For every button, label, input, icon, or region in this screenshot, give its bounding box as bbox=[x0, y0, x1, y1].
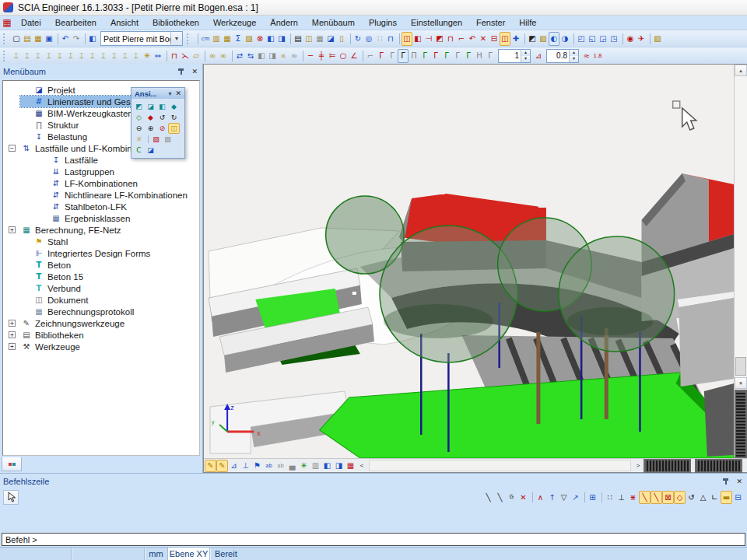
frame-tool-icon[interactable]: ⊓ bbox=[169, 49, 180, 63]
corner-12-icon[interactable]: Γ bbox=[485, 49, 496, 63]
close-icon[interactable]: ✕ bbox=[735, 478, 744, 485]
import-icon[interactable]: ▦ bbox=[33, 32, 44, 46]
view-window-icon[interactable]: ◧ bbox=[321, 460, 333, 472]
menu-werkzeuge[interactable]: Werkzeuge bbox=[206, 16, 263, 30]
expander-icon[interactable]: + bbox=[9, 226, 16, 233]
calculator-icon[interactable]: ▦ bbox=[314, 32, 325, 46]
snap-midpoint-icon[interactable]: ╲ bbox=[639, 491, 651, 504]
expander-icon[interactable] bbox=[21, 308, 28, 315]
vertical-scrollbar[interactable]: ▲ ▼ bbox=[734, 65, 747, 458]
section-12-icon[interactable]: ⌶ bbox=[131, 49, 142, 63]
load-panel-icon[interactable]: ⊣ bbox=[423, 32, 434, 46]
snap-arc-icon[interactable]: ↺ bbox=[686, 491, 697, 504]
section-10-icon[interactable]: ⌶ bbox=[109, 49, 120, 63]
render-image-icon[interactable]: ▧ bbox=[150, 134, 162, 145]
circle-tool-icon[interactable]: ○ bbox=[338, 49, 349, 63]
point-grid-icon[interactable]: ∷ bbox=[374, 32, 385, 46]
node-icon[interactable]: ⌐ bbox=[456, 32, 467, 46]
expander-icon[interactable] bbox=[38, 180, 45, 187]
expander-icon[interactable] bbox=[38, 191, 45, 198]
show-dimensions-icon[interactable]: ab bbox=[275, 460, 286, 472]
tree-item-verbund[interactable]: T Verbund bbox=[20, 282, 83, 294]
scrollbar-thumb[interactable] bbox=[735, 357, 746, 376]
tree-item-beton[interactable]: T Beton bbox=[20, 259, 73, 271]
edit-wire-icon[interactable]: ✎ bbox=[205, 460, 216, 472]
new-group-icon[interactable]: ▧ bbox=[652, 32, 663, 46]
scale-spinner[interactable]: 1 bbox=[498, 49, 531, 63]
tree-item-bim-werkzeugkasten[interactable]: ▦ BIM-Werkzeugkasten bbox=[20, 107, 135, 119]
view-axo-icon[interactable]: ◆ bbox=[168, 101, 180, 112]
snap-surface-icon[interactable]: ▽ bbox=[558, 491, 570, 504]
expander-icon[interactable] bbox=[21, 238, 28, 245]
section-7-icon[interactable]: ⌶ bbox=[76, 49, 87, 63]
expander-icon[interactable]: + bbox=[9, 331, 16, 338]
section-8-icon[interactable]: ⌶ bbox=[87, 49, 98, 63]
menu-bibliotheken[interactable]: Bibliotheken bbox=[146, 16, 206, 30]
menu-hilfe[interactable]: Hilfe bbox=[512, 16, 543, 30]
tree-item-lastfaelle[interactable]: ↧ Lastfälle bbox=[37, 154, 100, 166]
link-2-icon[interactable]: ∞ bbox=[218, 49, 229, 63]
hinge-icon[interactable]: ⊓ bbox=[445, 32, 456, 46]
menu-fenster[interactable]: Fenster bbox=[469, 16, 512, 30]
redo-icon[interactable]: ↷ bbox=[71, 32, 82, 46]
select-cursor-button[interactable] bbox=[3, 490, 19, 505]
rotate-slider-vertical[interactable] bbox=[735, 390, 747, 458]
project-combo[interactable]: Petit Pierre mit Bog ▾ bbox=[100, 31, 183, 46]
save-icon[interactable]: ▣ bbox=[44, 32, 54, 46]
tree-item-struktur[interactable]: ∏ Struktur bbox=[20, 119, 81, 131]
expander-icon[interactable] bbox=[38, 215, 45, 222]
snap-tangent-icon[interactable]: △ bbox=[697, 491, 709, 504]
expander-icon[interactable]: − bbox=[9, 145, 16, 152]
expander-icon[interactable] bbox=[21, 110, 28, 117]
tree-item-dokument[interactable]: ◫ Dokument bbox=[20, 294, 90, 306]
render-icon[interactable]: ✈ bbox=[636, 32, 647, 46]
menu-plugins[interactable]: Plugins bbox=[362, 16, 404, 30]
grid-settings-icon[interactable]: ▦ bbox=[345, 460, 356, 472]
corner-1-icon[interactable]: ⌐ bbox=[365, 49, 376, 63]
zoom-out-icon[interactable]: ⊖ bbox=[133, 123, 145, 134]
member-2d-icon[interactable]: ◧ bbox=[412, 32, 423, 46]
rotate-ccw-icon[interactable]: ↺ bbox=[156, 112, 168, 123]
view-side-icon[interactable]: ◧ bbox=[156, 101, 168, 112]
snap-vertex-icon[interactable]: ∧ bbox=[535, 491, 546, 504]
expander-icon[interactable] bbox=[21, 121, 28, 128]
visibility-icon[interactable]: ◉ bbox=[625, 32, 636, 46]
refresh-icon[interactable]: ↻ bbox=[352, 32, 363, 46]
snap-node-icon[interactable]: ↑ bbox=[546, 491, 558, 504]
section-2-icon[interactable]: ⌶ bbox=[22, 49, 33, 63]
corner-10-icon[interactable]: Γ bbox=[463, 49, 474, 63]
join-icon[interactable]: ∝ bbox=[278, 49, 289, 63]
combo-dropdown-icon[interactable]: ▾ bbox=[170, 32, 182, 45]
expander-icon[interactable] bbox=[21, 133, 28, 140]
layers-icon[interactable]: ▥ bbox=[211, 32, 222, 46]
command-input[interactable]: Befehl > bbox=[2, 533, 745, 546]
tree-item-stahl[interactable]: ⚑ Stahl bbox=[20, 236, 70, 247]
tree-item-zeichnungswerkzeuge[interactable]: + ✎ Zeichnungswerkzeuge bbox=[8, 317, 127, 329]
show-axes-icon[interactable]: ✳ bbox=[298, 460, 310, 472]
expander-icon[interactable] bbox=[21, 98, 28, 105]
expander-icon[interactable] bbox=[21, 273, 28, 280]
corner-3-icon[interactable]: Γ bbox=[387, 49, 398, 63]
corner-2-icon[interactable]: Γ bbox=[376, 49, 387, 63]
pin-icon[interactable] bbox=[177, 68, 185, 75]
zoom-window-icon[interactable]: ⊕ bbox=[145, 123, 156, 134]
tree-item-ergebnisklassen[interactable]: ▦ Ergebnisklassen bbox=[37, 212, 132, 224]
section-4-icon[interactable]: ⌶ bbox=[44, 49, 54, 63]
line-grid-icon[interactable]: ⊥ bbox=[615, 491, 627, 504]
snap-grid-icon[interactable]: G bbox=[506, 491, 517, 504]
snap-line-icon[interactable]: ╲ bbox=[482, 491, 494, 504]
toolbar-grip[interactable] bbox=[3, 33, 9, 44]
tree-item-projekt[interactable]: ◪ Projekt bbox=[20, 84, 78, 96]
expander-icon[interactable] bbox=[21, 261, 28, 268]
corner-8-icon[interactable]: Γ bbox=[441, 49, 452, 63]
print-icon[interactable]: ▤ bbox=[293, 32, 303, 46]
scale-angle-icon[interactable]: ⊿ bbox=[533, 49, 544, 63]
menu-menubaum[interactable]: Menübaum bbox=[305, 16, 362, 30]
opacity-spinner[interactable]: 0.8 bbox=[546, 49, 579, 63]
view-window-2-icon[interactable]: ◨ bbox=[333, 460, 345, 472]
dot-grid-icon[interactable]: ∷ bbox=[604, 491, 615, 504]
light-icon[interactable]: ☼ bbox=[133, 134, 145, 145]
keyboard-track-icon[interactable]: ▬ bbox=[721, 491, 732, 504]
new-document-icon[interactable]: ▢ bbox=[11, 32, 22, 46]
section-6-icon[interactable]: ⌶ bbox=[65, 49, 76, 63]
